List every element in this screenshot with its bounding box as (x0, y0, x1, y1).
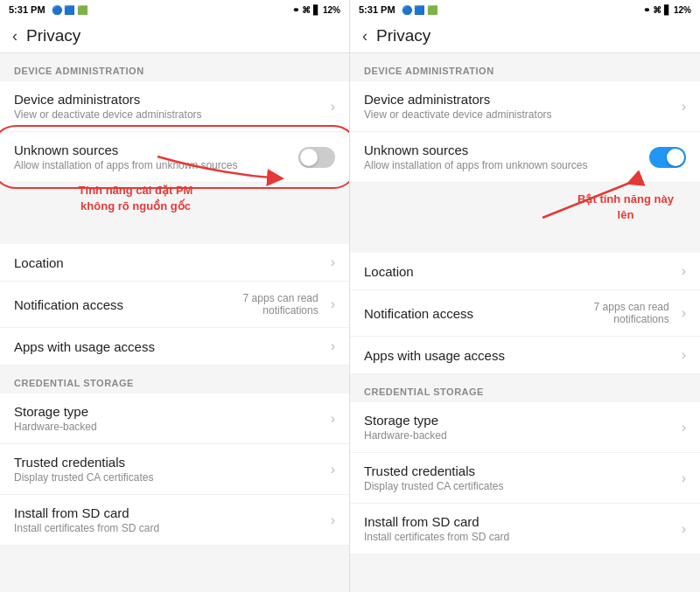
chevron-apps-left: › (331, 338, 335, 354)
unknown-sources-title-right: Unknown sources (364, 143, 649, 157)
chevron-notif-right: › (682, 305, 686, 321)
device-admin-subtitle-left: View or deactivate device administrators (14, 108, 324, 121)
unknown-sources-subtitle-right: Allow installation of apps from unknown … (364, 159, 649, 171)
location-title-left: Location (14, 255, 324, 270)
notif-title-right: Notification access (364, 306, 564, 321)
annotation-wrapper-left: Tính năng cài đặt PM không rõ nguồn gốc (0, 183, 349, 244)
unknown-sources-subtitle-left: Allow installation of apps from unknown … (14, 159, 298, 171)
status-time-left: 5:31 PM 🔵 🟦 🟩 (9, 4, 88, 15)
trusted-creds-subtitle-left: Display trusted CA certificates (14, 471, 324, 484)
chevron-storage-right: › (682, 420, 686, 435)
section-header-device-admin-right: DEVICE ADMINISTRATION (350, 53, 700, 81)
content-right: DEVICE ADMINISTRATION Device administrat… (350, 53, 700, 592)
apps-usage-title-right: Apps with usage access (364, 348, 675, 363)
trusted-creds-left[interactable]: Trusted credentials Display trusted CA c… (0, 444, 349, 495)
right-panel: 5:31 PM 🔵 🟦 🟩 ⚭ ⌘ ▋ 12% ‹ Privacy DEVICE… (350, 0, 700, 592)
unknown-sources-toggle-left[interactable] (298, 147, 335, 168)
notif-icons-right: 🔵 🟦 🟩 (402, 5, 438, 15)
toggle-knob-left (300, 149, 318, 166)
chevron-device-admin-right: › (682, 99, 686, 115)
back-button-right[interactable]: ‹ (362, 27, 368, 45)
device-administrators-left[interactable]: Device administrators View or deactivate… (0, 81, 349, 132)
chevron-location-right: › (682, 263, 686, 279)
signal-icon-right: ▋ (664, 5, 671, 15)
notif-count-right: 7 apps can read notifications (564, 301, 669, 325)
trusted-creds-title-right: Trusted credentials (364, 463, 675, 478)
chevron-trusted-left: › (331, 462, 335, 477)
credential-header-right: CREDENTIAL STORAGE (350, 374, 700, 402)
back-button-left[interactable]: ‹ (12, 27, 18, 45)
unknown-sources-right[interactable]: Unknown sources Allow installation of ap… (350, 132, 700, 183)
section-header-device-admin-left: DEVICE ADMINISTRATION (0, 53, 349, 81)
top-bar-right: ‹ Privacy (350, 19, 700, 53)
notif-icons-left: 🔵 🟦 🟩 (52, 5, 88, 15)
device-admin-title-left: Device administrators (14, 92, 324, 107)
notification-access-left[interactable]: Notification access 7 apps can read noti… (0, 282, 349, 328)
wifi-icon-right: ⌘ (653, 5, 662, 15)
page-title-left: Privacy (26, 26, 80, 45)
apps-usage-left[interactable]: Apps with usage access › (0, 328, 349, 366)
device-administrators-right[interactable]: Device administrators View or deactivate… (350, 81, 700, 132)
top-bar-left: ‹ Privacy (0, 19, 349, 53)
notif-right-left: 7 apps can read notifications (214, 292, 318, 317)
storage-type-subtitle-left: Hardware-backed (14, 421, 324, 433)
status-bar-left: 5:31 PM 🔵 🟦 🟩 ⚭ ⌘ ▋ 12% (0, 0, 349, 19)
bluetooth-icon-left: ⚭ (292, 5, 299, 15)
storage-type-left[interactable]: Storage type Hardware-backed › (0, 394, 349, 444)
install-sd-title-left: Install from SD card (14, 505, 324, 520)
storage-type-right[interactable]: Storage type Hardware-backed › (350, 402, 700, 453)
chevron-install-right: › (682, 521, 686, 537)
install-sd-subtitle-left: Install certificates from SD card (14, 522, 324, 534)
location-title-right: Location (364, 264, 675, 279)
bluetooth-icon-right: ⚭ (643, 5, 650, 15)
apps-usage-title-left: Apps with usage access (14, 339, 324, 354)
install-sd-subtitle-right: Install certificates from SD card (364, 531, 675, 543)
install-sd-left[interactable]: Install from SD card Install certificate… (0, 495, 349, 546)
time-right: 5:31 PM (359, 4, 396, 15)
chevron-notif-left: › (331, 296, 335, 312)
status-icons-left: ⚭ ⌘ ▋ 12% (292, 5, 340, 15)
credential-header-left: CREDENTIAL STORAGE (0, 366, 349, 394)
status-bar-right: 5:31 PM 🔵 🟦 🟩 ⚭ ⌘ ▋ 12% (350, 0, 700, 19)
unknown-sources-toggle-right[interactable] (649, 147, 686, 168)
chevron-storage-left: › (331, 411, 335, 427)
notif-title-left: Notification access (14, 297, 214, 312)
time-left: 5:31 PM (9, 4, 46, 15)
page-title-right: Privacy (376, 26, 430, 45)
trusted-creds-title-left: Trusted credentials (14, 455, 324, 470)
chevron-location-left: › (331, 254, 335, 270)
notif-count-left: 7 apps can read notifications (214, 292, 318, 317)
notification-access-right[interactable]: Notification access 7 apps can read noti… (350, 290, 700, 337)
location-right[interactable]: Location › (350, 253, 700, 290)
location-left[interactable]: Location › (0, 244, 349, 282)
apps-usage-right[interactable]: Apps with usage access › (350, 337, 700, 374)
storage-type-title-right: Storage type (364, 413, 675, 428)
chevron-install-left: › (331, 512, 335, 528)
chevron-trusted-right: › (682, 470, 686, 486)
status-icons-right: ⚭ ⌘ ▋ 12% (643, 5, 691, 15)
storage-type-title-left: Storage type (14, 404, 324, 419)
device-admin-title-right: Device administrators (364, 92, 675, 107)
status-time-right: 5:31 PM 🔵 🟦 🟩 (359, 4, 438, 15)
device-admin-subtitle-right: View or deactivate device administrators (364, 108, 675, 121)
chevron-apps-right: › (682, 347, 686, 363)
storage-type-subtitle-right: Hardware-backed (364, 429, 675, 442)
battery-text-left: 12% (323, 5, 340, 15)
unknown-sources-left[interactable]: Unknown sources Allow installation of ap… (0, 132, 349, 183)
toggle-knob-right (667, 149, 684, 166)
battery-text-right: 12% (674, 5, 691, 15)
annotation-text-right: Bật tính năng này lên (569, 192, 682, 223)
trusted-creds-right[interactable]: Trusted credentials Display trusted CA c… (350, 453, 700, 504)
wifi-icon-left: ⌘ (302, 5, 311, 15)
trusted-creds-subtitle-right: Display trusted CA certificates (364, 480, 675, 492)
install-sd-title-right: Install from SD card (364, 514, 675, 529)
unknown-sources-title-left: Unknown sources (14, 143, 298, 157)
notif-right-right: 7 apps can read notifications (564, 301, 669, 325)
left-panel: 5:31 PM 🔵 🟦 🟩 ⚭ ⌘ ▋ 12% ‹ Privacy DEVICE… (0, 0, 350, 592)
signal-icon-left: ▋ (313, 5, 320, 15)
chevron-device-admin-left: › (331, 99, 335, 115)
install-sd-right[interactable]: Install from SD card Install certificate… (350, 504, 700, 554)
annotation-text-left: Tính năng cài đặt PM không rõ nguồn gốc (70, 183, 201, 214)
content-left: DEVICE ADMINISTRATION Device administrat… (0, 53, 349, 592)
annotation-wrapper-right: Bật tính năng này lên (350, 183, 700, 253)
